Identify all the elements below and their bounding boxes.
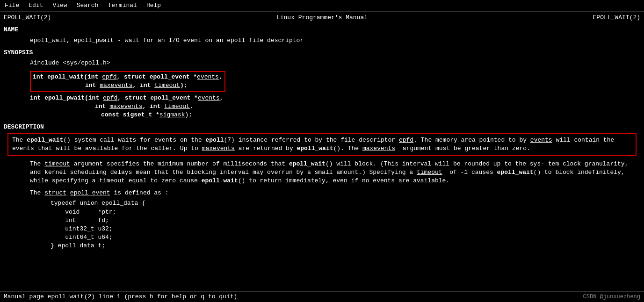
name-heading: NAME: [4, 26, 640, 34]
content-area: EPOLL_WAIT(2) Linux Programmer's Manual …: [0, 12, 644, 291]
man-page-header: EPOLL_WAIT(2) Linux Programmer's Manual …: [4, 14, 640, 22]
epoll-wait-signature-box: int epoll_wait(int epfd, struct epoll_ev…: [4, 69, 640, 93]
description-para3: The struct epoll_event is defined as :: [30, 189, 637, 197]
header-right: EPOLL_WAIT(2): [593, 14, 640, 22]
synopsis-func2-line3: const sigset_t *sigmask);: [30, 111, 640, 119]
menu-terminal[interactable]: Terminal: [103, 1, 141, 10]
status-text: Manual page epoll_wait(2) line 1 (press …: [4, 293, 237, 301]
menu-bar: File Edit View Search Terminal Help: [0, 0, 644, 12]
header-left: EPOLL_WAIT(2): [4, 14, 51, 22]
synopsis-include: #include <sys/epoll.h>: [4, 59, 640, 67]
typedef-block: typedef union epoll_data { void *ptr; in…: [51, 199, 640, 250]
menu-help[interactable]: Help: [142, 1, 166, 10]
synopsis-func2-line1: int epoll_pwait(int epfd, struct epoll_e…: [30, 94, 640, 102]
synopsis-func1-line2: int maxevents, int timeout);: [33, 81, 223, 90]
description-para1: The epoll_wait() system call waits for e…: [12, 136, 632, 153]
menu-search[interactable]: Search: [72, 1, 103, 10]
header-center: Linux Programmer's Manual: [276, 14, 368, 22]
section-synopsis: SYNOPSIS #include <sys/epoll.h> int epol…: [4, 49, 640, 119]
description-heading: DESCRIPTION: [4, 123, 640, 131]
menu-view[interactable]: View: [48, 1, 72, 10]
section-description: DESCRIPTION The epoll_wait() system call…: [4, 123, 640, 250]
description-para2: The timeout argument specifies the minim…: [30, 160, 637, 186]
synopsis-func2: int epoll_pwait(int epfd, struct epoll_e…: [4, 94, 640, 120]
synopsis-func1-line1: int epoll_wait(int epfd, struct epoll_ev…: [33, 73, 223, 81]
menu-edit[interactable]: Edit: [24, 1, 48, 10]
synopsis-func2-line2: int maxevents, int timeout,: [30, 102, 640, 111]
section-name: NAME epoll_wait, epoll_pwait - wait for …: [4, 26, 640, 44]
menu-file[interactable]: File: [0, 1, 24, 10]
synopsis-heading: SYNOPSIS: [4, 49, 640, 57]
watermark: CSDN @junxuezheng: [583, 293, 640, 301]
name-content: epoll_wait, epoll_pwait - wait for an I/…: [4, 36, 640, 45]
status-bar: Manual page epoll_wait(2) line 1 (press …: [0, 291, 644, 302]
description-para1-box: The epoll_wait() system call waits for e…: [7, 133, 637, 156]
